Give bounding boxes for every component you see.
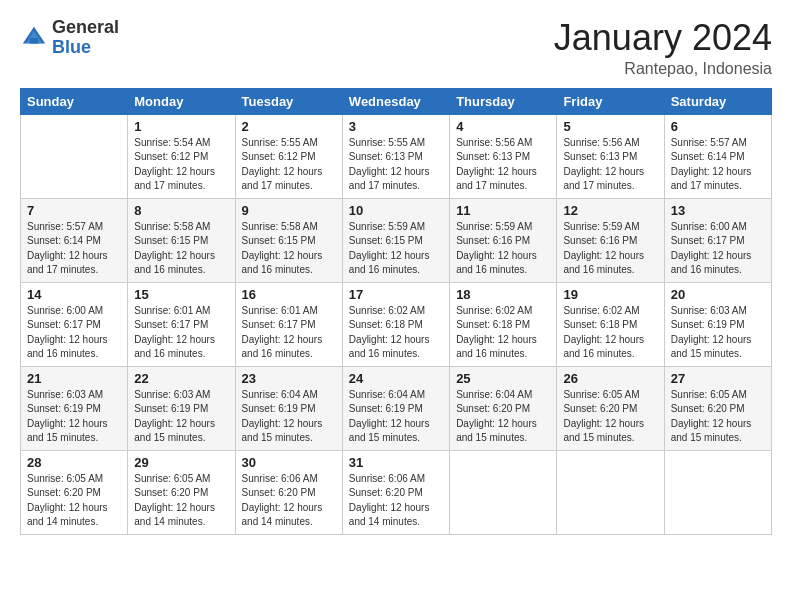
- day-number: 31: [349, 455, 443, 470]
- day-number: 10: [349, 203, 443, 218]
- day-number: 12: [563, 203, 657, 218]
- day-header-sunday: Sunday: [21, 88, 128, 114]
- day-info: Sunrise: 6:02 AMSunset: 6:18 PMDaylight:…: [349, 304, 443, 362]
- calendar-cell: 9Sunrise: 5:58 AMSunset: 6:15 PMDaylight…: [235, 198, 342, 282]
- calendar-cell: 11Sunrise: 5:59 AMSunset: 6:16 PMDayligh…: [450, 198, 557, 282]
- calendar-subtitle: Rantepao, Indonesia: [554, 60, 772, 78]
- day-number: 17: [349, 287, 443, 302]
- day-info: Sunrise: 6:04 AMSunset: 6:19 PMDaylight:…: [349, 388, 443, 446]
- day-info: Sunrise: 6:00 AMSunset: 6:17 PMDaylight:…: [27, 304, 121, 362]
- day-number: 2: [242, 119, 336, 134]
- day-number: 28: [27, 455, 121, 470]
- day-info: Sunrise: 6:06 AMSunset: 6:20 PMDaylight:…: [349, 472, 443, 530]
- calendar-page: General Blue January 2024 Rantepao, Indo…: [0, 0, 792, 612]
- calendar-cell: 28Sunrise: 6:05 AMSunset: 6:20 PMDayligh…: [21, 450, 128, 534]
- calendar-cell: 30Sunrise: 6:06 AMSunset: 6:20 PMDayligh…: [235, 450, 342, 534]
- calendar-cell: 2Sunrise: 5:55 AMSunset: 6:12 PMDaylight…: [235, 114, 342, 198]
- calendar-cell: 22Sunrise: 6:03 AMSunset: 6:19 PMDayligh…: [128, 366, 235, 450]
- day-info: Sunrise: 5:56 AMSunset: 6:13 PMDaylight:…: [456, 136, 550, 194]
- calendar-cell: 19Sunrise: 6:02 AMSunset: 6:18 PMDayligh…: [557, 282, 664, 366]
- calendar-cell: 31Sunrise: 6:06 AMSunset: 6:20 PMDayligh…: [342, 450, 449, 534]
- day-number: 4: [456, 119, 550, 134]
- day-number: 23: [242, 371, 336, 386]
- day-number: 19: [563, 287, 657, 302]
- day-number: 18: [456, 287, 550, 302]
- calendar-cell: 25Sunrise: 6:04 AMSunset: 6:20 PMDayligh…: [450, 366, 557, 450]
- day-info: Sunrise: 5:54 AMSunset: 6:12 PMDaylight:…: [134, 136, 228, 194]
- day-info: Sunrise: 6:05 AMSunset: 6:20 PMDaylight:…: [671, 388, 765, 446]
- calendar-cell: [21, 114, 128, 198]
- calendar-table: SundayMondayTuesdayWednesdayThursdayFrid…: [20, 88, 772, 535]
- day-info: Sunrise: 5:55 AMSunset: 6:13 PMDaylight:…: [349, 136, 443, 194]
- day-info: Sunrise: 6:05 AMSunset: 6:20 PMDaylight:…: [563, 388, 657, 446]
- day-info: Sunrise: 6:01 AMSunset: 6:17 PMDaylight:…: [242, 304, 336, 362]
- day-number: 7: [27, 203, 121, 218]
- calendar-cell: 23Sunrise: 6:04 AMSunset: 6:19 PMDayligh…: [235, 366, 342, 450]
- day-info: Sunrise: 5:58 AMSunset: 6:15 PMDaylight:…: [134, 220, 228, 278]
- calendar-header-row: SundayMondayTuesdayWednesdayThursdayFrid…: [21, 88, 772, 114]
- day-info: Sunrise: 5:59 AMSunset: 6:15 PMDaylight:…: [349, 220, 443, 278]
- calendar-cell: 13Sunrise: 6:00 AMSunset: 6:17 PMDayligh…: [664, 198, 771, 282]
- day-header-tuesday: Tuesday: [235, 88, 342, 114]
- calendar-week-row: 7Sunrise: 5:57 AMSunset: 6:14 PMDaylight…: [21, 198, 772, 282]
- day-info: Sunrise: 6:05 AMSunset: 6:20 PMDaylight:…: [27, 472, 121, 530]
- page-header: General Blue January 2024 Rantepao, Indo…: [20, 18, 772, 78]
- day-number: 14: [27, 287, 121, 302]
- calendar-cell: [664, 450, 771, 534]
- calendar-week-row: 28Sunrise: 6:05 AMSunset: 6:20 PMDayligh…: [21, 450, 772, 534]
- calendar-cell: 4Sunrise: 5:56 AMSunset: 6:13 PMDaylight…: [450, 114, 557, 198]
- day-number: 1: [134, 119, 228, 134]
- calendar-week-row: 1Sunrise: 5:54 AMSunset: 6:12 PMDaylight…: [21, 114, 772, 198]
- calendar-cell: 27Sunrise: 6:05 AMSunset: 6:20 PMDayligh…: [664, 366, 771, 450]
- calendar-cell: 16Sunrise: 6:01 AMSunset: 6:17 PMDayligh…: [235, 282, 342, 366]
- calendar-cell: 20Sunrise: 6:03 AMSunset: 6:19 PMDayligh…: [664, 282, 771, 366]
- day-info: Sunrise: 5:59 AMSunset: 6:16 PMDaylight:…: [456, 220, 550, 278]
- calendar-cell: 17Sunrise: 6:02 AMSunset: 6:18 PMDayligh…: [342, 282, 449, 366]
- calendar-cell: 5Sunrise: 5:56 AMSunset: 6:13 PMDaylight…: [557, 114, 664, 198]
- day-info: Sunrise: 6:04 AMSunset: 6:20 PMDaylight:…: [456, 388, 550, 446]
- day-number: 25: [456, 371, 550, 386]
- day-info: Sunrise: 6:03 AMSunset: 6:19 PMDaylight:…: [134, 388, 228, 446]
- day-number: 11: [456, 203, 550, 218]
- svg-rect-2: [30, 38, 38, 44]
- calendar-cell: 15Sunrise: 6:01 AMSunset: 6:17 PMDayligh…: [128, 282, 235, 366]
- day-number: 15: [134, 287, 228, 302]
- calendar-cell: [450, 450, 557, 534]
- day-number: 30: [242, 455, 336, 470]
- calendar-cell: 14Sunrise: 6:00 AMSunset: 6:17 PMDayligh…: [21, 282, 128, 366]
- day-info: Sunrise: 5:56 AMSunset: 6:13 PMDaylight:…: [563, 136, 657, 194]
- title-block: January 2024 Rantepao, Indonesia: [554, 18, 772, 78]
- calendar-cell: 10Sunrise: 5:59 AMSunset: 6:15 PMDayligh…: [342, 198, 449, 282]
- calendar-cell: 21Sunrise: 6:03 AMSunset: 6:19 PMDayligh…: [21, 366, 128, 450]
- day-number: 27: [671, 371, 765, 386]
- calendar-cell: 3Sunrise: 5:55 AMSunset: 6:13 PMDaylight…: [342, 114, 449, 198]
- calendar-cell: 29Sunrise: 6:05 AMSunset: 6:20 PMDayligh…: [128, 450, 235, 534]
- calendar-cell: 7Sunrise: 5:57 AMSunset: 6:14 PMDaylight…: [21, 198, 128, 282]
- day-number: 9: [242, 203, 336, 218]
- day-info: Sunrise: 6:00 AMSunset: 6:17 PMDaylight:…: [671, 220, 765, 278]
- calendar-cell: 6Sunrise: 5:57 AMSunset: 6:14 PMDaylight…: [664, 114, 771, 198]
- day-info: Sunrise: 6:03 AMSunset: 6:19 PMDaylight:…: [27, 388, 121, 446]
- day-info: Sunrise: 6:03 AMSunset: 6:19 PMDaylight:…: [671, 304, 765, 362]
- day-info: Sunrise: 6:02 AMSunset: 6:18 PMDaylight:…: [563, 304, 657, 362]
- calendar-cell: 1Sunrise: 5:54 AMSunset: 6:12 PMDaylight…: [128, 114, 235, 198]
- day-number: 6: [671, 119, 765, 134]
- calendar-cell: 24Sunrise: 6:04 AMSunset: 6:19 PMDayligh…: [342, 366, 449, 450]
- calendar-cell: 12Sunrise: 5:59 AMSunset: 6:16 PMDayligh…: [557, 198, 664, 282]
- day-number: 24: [349, 371, 443, 386]
- logo-text: General Blue: [52, 18, 119, 58]
- day-info: Sunrise: 6:01 AMSunset: 6:17 PMDaylight:…: [134, 304, 228, 362]
- day-header-monday: Monday: [128, 88, 235, 114]
- day-info: Sunrise: 6:02 AMSunset: 6:18 PMDaylight:…: [456, 304, 550, 362]
- day-number: 21: [27, 371, 121, 386]
- day-info: Sunrise: 5:55 AMSunset: 6:12 PMDaylight:…: [242, 136, 336, 194]
- day-number: 16: [242, 287, 336, 302]
- calendar-title: January 2024: [554, 18, 772, 58]
- logo-blue-text: Blue: [52, 38, 119, 58]
- day-number: 13: [671, 203, 765, 218]
- calendar-cell: 18Sunrise: 6:02 AMSunset: 6:18 PMDayligh…: [450, 282, 557, 366]
- day-number: 26: [563, 371, 657, 386]
- day-header-saturday: Saturday: [664, 88, 771, 114]
- calendar-cell: [557, 450, 664, 534]
- day-info: Sunrise: 5:57 AMSunset: 6:14 PMDaylight:…: [671, 136, 765, 194]
